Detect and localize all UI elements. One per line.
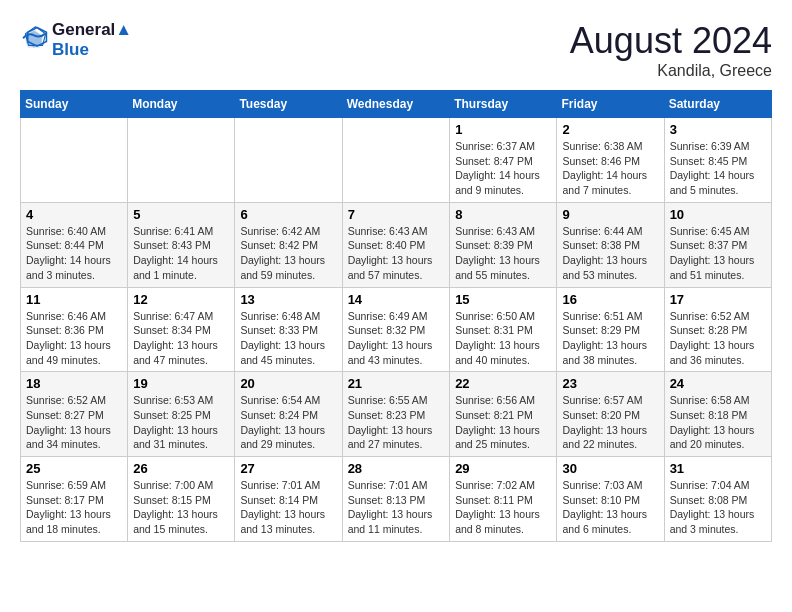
day-info: Sunrise: 6:40 AMSunset: 8:44 PMDaylight:… — [26, 224, 122, 283]
day-number: 6 — [240, 207, 336, 222]
calendar-cell: 20Sunrise: 6:54 AMSunset: 8:24 PMDayligh… — [235, 372, 342, 457]
day-info: Sunrise: 7:02 AMSunset: 8:11 PMDaylight:… — [455, 478, 551, 537]
day-info: Sunrise: 6:44 AMSunset: 8:38 PMDaylight:… — [562, 224, 658, 283]
calendar-cell: 18Sunrise: 6:52 AMSunset: 8:27 PMDayligh… — [21, 372, 128, 457]
calendar-cell: 24Sunrise: 6:58 AMSunset: 8:18 PMDayligh… — [664, 372, 771, 457]
calendar-cell: 16Sunrise: 6:51 AMSunset: 8:29 PMDayligh… — [557, 287, 664, 372]
location-subtitle: Kandila, Greece — [570, 62, 772, 80]
day-info: Sunrise: 6:59 AMSunset: 8:17 PMDaylight:… — [26, 478, 122, 537]
col-header-wednesday: Wednesday — [342, 91, 450, 118]
day-number: 19 — [133, 376, 229, 391]
day-number: 30 — [562, 461, 658, 476]
page-header: General▲ Blue August 2024 Kandila, Greec… — [20, 20, 772, 80]
calendar-cell: 8Sunrise: 6:43 AMSunset: 8:39 PMDaylight… — [450, 202, 557, 287]
col-header-saturday: Saturday — [664, 91, 771, 118]
day-info: Sunrise: 7:03 AMSunset: 8:10 PMDaylight:… — [562, 478, 658, 537]
calendar-cell: 22Sunrise: 6:56 AMSunset: 8:21 PMDayligh… — [450, 372, 557, 457]
day-number: 17 — [670, 292, 766, 307]
col-header-monday: Monday — [128, 91, 235, 118]
calendar-cell: 7Sunrise: 6:43 AMSunset: 8:40 PMDaylight… — [342, 202, 450, 287]
day-info: Sunrise: 6:56 AMSunset: 8:21 PMDaylight:… — [455, 393, 551, 452]
day-number: 22 — [455, 376, 551, 391]
calendar-cell: 30Sunrise: 7:03 AMSunset: 8:10 PMDayligh… — [557, 457, 664, 542]
day-info: Sunrise: 6:46 AMSunset: 8:36 PMDaylight:… — [26, 309, 122, 368]
day-number: 20 — [240, 376, 336, 391]
title-block: August 2024 Kandila, Greece — [570, 20, 772, 80]
day-info: Sunrise: 7:00 AMSunset: 8:15 PMDaylight:… — [133, 478, 229, 537]
day-number: 15 — [455, 292, 551, 307]
day-info: Sunrise: 6:51 AMSunset: 8:29 PMDaylight:… — [562, 309, 658, 368]
calendar-cell: 28Sunrise: 7:01 AMSunset: 8:13 PMDayligh… — [342, 457, 450, 542]
calendar-cell: 25Sunrise: 6:59 AMSunset: 8:17 PMDayligh… — [21, 457, 128, 542]
day-info: Sunrise: 6:55 AMSunset: 8:23 PMDaylight:… — [348, 393, 445, 452]
day-number: 18 — [26, 376, 122, 391]
calendar-cell: 23Sunrise: 6:57 AMSunset: 8:20 PMDayligh… — [557, 372, 664, 457]
calendar-table: SundayMondayTuesdayWednesdayThursdayFrid… — [20, 90, 772, 542]
day-info: Sunrise: 6:48 AMSunset: 8:33 PMDaylight:… — [240, 309, 336, 368]
calendar-cell: 4Sunrise: 6:40 AMSunset: 8:44 PMDaylight… — [21, 202, 128, 287]
calendar-cell: 15Sunrise: 6:50 AMSunset: 8:31 PMDayligh… — [450, 287, 557, 372]
day-info: Sunrise: 6:45 AMSunset: 8:37 PMDaylight:… — [670, 224, 766, 283]
day-number: 29 — [455, 461, 551, 476]
day-number: 13 — [240, 292, 336, 307]
day-number: 14 — [348, 292, 445, 307]
day-number: 28 — [348, 461, 445, 476]
day-number: 24 — [670, 376, 766, 391]
calendar-cell: 3Sunrise: 6:39 AMSunset: 8:45 PMDaylight… — [664, 118, 771, 203]
day-info: Sunrise: 6:50 AMSunset: 8:31 PMDaylight:… — [455, 309, 551, 368]
day-info: Sunrise: 6:47 AMSunset: 8:34 PMDaylight:… — [133, 309, 229, 368]
day-number: 31 — [670, 461, 766, 476]
calendar-cell: 1Sunrise: 6:37 AMSunset: 8:47 PMDaylight… — [450, 118, 557, 203]
calendar-cell: 10Sunrise: 6:45 AMSunset: 8:37 PMDayligh… — [664, 202, 771, 287]
day-info: Sunrise: 6:52 AMSunset: 8:28 PMDaylight:… — [670, 309, 766, 368]
logo-icon — [20, 26, 48, 54]
calendar-cell: 13Sunrise: 6:48 AMSunset: 8:33 PMDayligh… — [235, 287, 342, 372]
calendar-cell — [21, 118, 128, 203]
calendar-cell — [342, 118, 450, 203]
col-header-sunday: Sunday — [21, 91, 128, 118]
day-info: Sunrise: 6:58 AMSunset: 8:18 PMDaylight:… — [670, 393, 766, 452]
day-info: Sunrise: 6:41 AMSunset: 8:43 PMDaylight:… — [133, 224, 229, 283]
day-info: Sunrise: 6:57 AMSunset: 8:20 PMDaylight:… — [562, 393, 658, 452]
calendar-cell: 26Sunrise: 7:00 AMSunset: 8:15 PMDayligh… — [128, 457, 235, 542]
day-info: Sunrise: 6:39 AMSunset: 8:45 PMDaylight:… — [670, 139, 766, 198]
day-info: Sunrise: 6:42 AMSunset: 8:42 PMDaylight:… — [240, 224, 336, 283]
day-number: 10 — [670, 207, 766, 222]
day-number: 1 — [455, 122, 551, 137]
day-info: Sunrise: 6:53 AMSunset: 8:25 PMDaylight:… — [133, 393, 229, 452]
day-info: Sunrise: 6:43 AMSunset: 8:39 PMDaylight:… — [455, 224, 551, 283]
day-number: 3 — [670, 122, 766, 137]
calendar-cell: 31Sunrise: 7:04 AMSunset: 8:08 PMDayligh… — [664, 457, 771, 542]
calendar-cell — [128, 118, 235, 203]
day-info: Sunrise: 6:54 AMSunset: 8:24 PMDaylight:… — [240, 393, 336, 452]
col-header-friday: Friday — [557, 91, 664, 118]
day-info: Sunrise: 6:49 AMSunset: 8:32 PMDaylight:… — [348, 309, 445, 368]
calendar-cell: 14Sunrise: 6:49 AMSunset: 8:32 PMDayligh… — [342, 287, 450, 372]
day-number: 11 — [26, 292, 122, 307]
day-number: 5 — [133, 207, 229, 222]
day-number: 12 — [133, 292, 229, 307]
col-header-thursday: Thursday — [450, 91, 557, 118]
calendar-cell: 21Sunrise: 6:55 AMSunset: 8:23 PMDayligh… — [342, 372, 450, 457]
col-header-tuesday: Tuesday — [235, 91, 342, 118]
day-info: Sunrise: 7:04 AMSunset: 8:08 PMDaylight:… — [670, 478, 766, 537]
calendar-cell: 19Sunrise: 6:53 AMSunset: 8:25 PMDayligh… — [128, 372, 235, 457]
calendar-cell: 29Sunrise: 7:02 AMSunset: 8:11 PMDayligh… — [450, 457, 557, 542]
day-number: 23 — [562, 376, 658, 391]
day-info: Sunrise: 6:37 AMSunset: 8:47 PMDaylight:… — [455, 139, 551, 198]
calendar-cell: 6Sunrise: 6:42 AMSunset: 8:42 PMDaylight… — [235, 202, 342, 287]
calendar-cell: 2Sunrise: 6:38 AMSunset: 8:46 PMDaylight… — [557, 118, 664, 203]
day-number: 21 — [348, 376, 445, 391]
calendar-cell: 5Sunrise: 6:41 AMSunset: 8:43 PMDaylight… — [128, 202, 235, 287]
calendar-cell: 27Sunrise: 7:01 AMSunset: 8:14 PMDayligh… — [235, 457, 342, 542]
day-info: Sunrise: 6:38 AMSunset: 8:46 PMDaylight:… — [562, 139, 658, 198]
day-number: 16 — [562, 292, 658, 307]
calendar-cell: 11Sunrise: 6:46 AMSunset: 8:36 PMDayligh… — [21, 287, 128, 372]
calendar-cell: 17Sunrise: 6:52 AMSunset: 8:28 PMDayligh… — [664, 287, 771, 372]
calendar-cell — [235, 118, 342, 203]
day-number: 4 — [26, 207, 122, 222]
calendar-cell: 12Sunrise: 6:47 AMSunset: 8:34 PMDayligh… — [128, 287, 235, 372]
day-number: 25 — [26, 461, 122, 476]
logo-text: General▲ Blue — [52, 20, 132, 60]
day-number: 27 — [240, 461, 336, 476]
